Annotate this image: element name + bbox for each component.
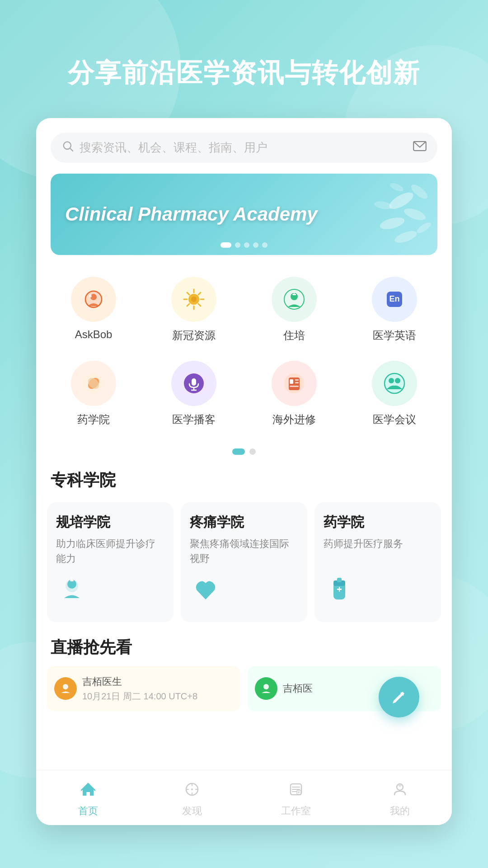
- svg-rect-76: [399, 784, 400, 787]
- askbob-label: AskBob: [75, 328, 113, 341]
- covid-icon-circle: [171, 277, 216, 322]
- svg-point-9: [415, 221, 432, 235]
- specialty-card-pharmacy-icon: [324, 573, 432, 611]
- banner-title: Clinical Pharmacy Academy: [65, 202, 318, 227]
- banner-dot-3[interactable]: [244, 242, 249, 248]
- banner-dot-5[interactable]: [262, 242, 267, 248]
- nav-home[interactable]: 首页: [36, 778, 140, 821]
- icon-pharmacy[interactable]: 药学院: [53, 354, 134, 434]
- specialty-card-pharmacy[interactable]: 药学院 药师提升医疗服务: [314, 502, 441, 622]
- specialty-card-pharmacy-desc: 药师提升医疗服务: [324, 536, 432, 551]
- svg-point-0: [64, 142, 71, 149]
- search-bar[interactable]: 搜索资讯、机会、课程、指南、用户: [51, 132, 437, 163]
- podcast-icon-circle: [171, 361, 216, 406]
- pharmacy-label: 药学院: [77, 412, 110, 427]
- nav-home-icon: [80, 781, 96, 802]
- icon-covid[interactable]: 新冠资源: [153, 269, 235, 350]
- svg-point-6: [409, 182, 429, 201]
- training-icon-circle: [272, 277, 317, 322]
- specialty-card-training[interactable]: 规培学院 助力临床医师提升诊疗能力: [47, 502, 174, 622]
- svg-rect-44: [290, 386, 299, 387]
- specialty-card-training-icon: [56, 573, 164, 611]
- nav-profile-label: 我的: [390, 804, 410, 818]
- svg-rect-57: [339, 587, 340, 592]
- askbob-icon-circle: [71, 277, 116, 322]
- icon-podcast[interactable]: 医学播客: [153, 354, 235, 434]
- svg-point-59: [263, 684, 269, 689]
- icon-overseas[interactable]: 海外进修: [253, 354, 335, 434]
- icon-row-2: 药学院 医学播客: [43, 354, 445, 434]
- icon-conference[interactable]: 医学会议: [354, 354, 435, 434]
- live-section-title: 直播抢先看: [51, 637, 132, 659]
- svg-point-14: [89, 295, 92, 297]
- icon-askbob[interactable]: AskBob: [53, 269, 134, 350]
- search-icon: [61, 140, 74, 156]
- svg-line-24: [187, 304, 189, 306]
- banner[interactable]: Clinical Pharmacy Academy: [51, 174, 437, 255]
- live-info-1: 吉栢医生 10月21日 周二 14:00 UTC+8: [82, 675, 233, 703]
- svg-rect-42: [295, 379, 299, 381]
- grid-dot-1[interactable]: [232, 448, 245, 455]
- svg-point-48: [395, 378, 400, 383]
- live-section-header: 直播抢先看: [36, 637, 452, 666]
- banner-dots: [221, 242, 267, 248]
- banner-dot-4[interactable]: [253, 242, 258, 248]
- svg-point-47: [389, 378, 394, 383]
- search-placeholder: 搜索资讯、机会、课程、指南、用户: [80, 140, 413, 156]
- nav-discover[interactable]: 发现: [140, 778, 244, 821]
- nav-discover-icon: [184, 781, 200, 802]
- svg-point-16: [191, 297, 197, 302]
- specialty-grid: 规培学院 助力临床医师提升诊疗能力 疼痛学院 聚焦疼痛领域连接国际视野: [36, 502, 452, 637]
- svg-point-62: [191, 788, 193, 790]
- pharmacy-icon-circle: [71, 361, 116, 406]
- svg-point-10: [389, 181, 405, 193]
- conference-label: 医学会议: [373, 412, 416, 427]
- svg-rect-55: [337, 578, 342, 582]
- icon-english[interactable]: En 医学英语: [354, 269, 435, 350]
- specialty-card-pain-title: 疼痛学院: [190, 513, 298, 532]
- icon-training[interactable]: 住培: [253, 269, 335, 350]
- live-avatar-2: [255, 677, 277, 700]
- banner-dot-2[interactable]: [235, 242, 240, 248]
- app-card: 搜索资讯、机会、课程、指南、用户 Clinical Pharmacy Acade…: [36, 118, 452, 825]
- live-card-1[interactable]: 吉栢医生 10月21日 周二 14:00 UTC+8: [47, 666, 240, 711]
- svg-rect-51: [70, 580, 74, 581]
- specialty-card-training-title: 规培学院: [56, 513, 164, 532]
- svg-rect-36: [192, 378, 196, 386]
- mail-icon[interactable]: [413, 140, 427, 156]
- overseas-icon-circle: [272, 361, 317, 406]
- overseas-label: 海外进修: [272, 412, 316, 427]
- nav-studio-icon: [288, 781, 304, 802]
- live-avatar-1: [54, 677, 77, 700]
- icon-grid: AskBob: [36, 269, 452, 445]
- specialty-card-pain-icon: [190, 573, 298, 611]
- svg-line-21: [187, 292, 189, 295]
- covid-label: 新冠资源: [172, 328, 216, 343]
- nav-studio-label: 工作室: [281, 804, 311, 818]
- bottom-nav: 首页 发现: [36, 770, 452, 825]
- hero-text: 分享前沿医学资讯与转化创新: [0, 0, 488, 118]
- fab-button[interactable]: [379, 677, 419, 717]
- nav-discover-label: 发现: [182, 804, 202, 818]
- podcast-label: 医学播客: [172, 412, 216, 427]
- icon-row-1: AskBob: [43, 269, 445, 350]
- grid-page-dots: [36, 448, 452, 455]
- svg-line-1: [70, 148, 73, 151]
- svg-text:En: En: [389, 294, 399, 303]
- nav-profile[interactable]: 我的: [348, 778, 452, 821]
- nav-studio[interactable]: 工作室: [244, 778, 348, 821]
- svg-line-22: [198, 304, 201, 306]
- svg-point-4: [403, 206, 427, 222]
- specialty-card-pharmacy-title: 药学院: [324, 513, 432, 532]
- live-time-1: 10月21日 周二 14:00 UTC+8: [82, 690, 233, 703]
- svg-rect-41: [290, 379, 293, 384]
- banner-dot-1[interactable]: [221, 242, 231, 248]
- live-host-1: 吉栢医生: [82, 675, 233, 689]
- svg-point-5: [379, 215, 406, 231]
- specialty-section-title: 专科学院: [36, 466, 452, 502]
- svg-rect-28: [292, 294, 296, 295]
- specialty-card-pain-desc: 聚焦疼痛领域连接国际视野: [190, 536, 298, 566]
- specialty-card-pain[interactable]: 疼痛学院 聚焦疼痛领域连接国际视野: [181, 502, 307, 622]
- grid-dot-2[interactable]: [249, 448, 256, 455]
- svg-point-8: [374, 200, 393, 211]
